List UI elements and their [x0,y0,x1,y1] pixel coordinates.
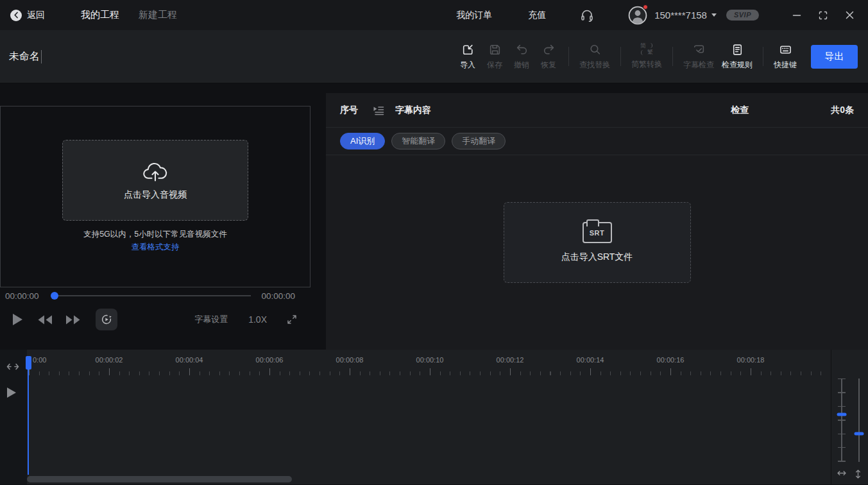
add-track-button[interactable] [6,413,16,423]
playback-speed-button[interactable]: 1.0X [248,314,267,325]
horizontal-move-icon[interactable] [5,362,21,371]
simplified-traditional-icon: 简 繁 [640,43,653,56]
tab-manual-translate[interactable]: 手动翻译 [452,133,506,149]
vzoom-slider[interactable] [854,379,864,462]
import-icon [461,43,475,56]
save-label: 保存 [487,60,502,71]
close-button[interactable] [841,7,858,24]
convert-button[interactable]: 简 繁 简繁转换 [627,43,666,70]
timeline-left-rail [0,350,27,484]
subtitle-count: 共0条 [831,105,854,116]
rules-doc-icon [731,43,744,56]
upload-hint: 支持5G以内，5小时以下常见音视频文件 [1,229,310,240]
subtitle-tabs: AI识别 智能翻译 手动翻译 [326,128,868,155]
chevron-down-icon[interactable] [711,13,717,17]
shortcuts-button[interactable]: 快捷键 [770,43,801,71]
current-time: 00:00:00 [5,291,39,301]
hzoom-out-button[interactable] [837,459,846,468]
ruler-label: 00:00:10 [416,356,444,364]
tab-ai-recognition[interactable]: AI识别 [340,133,385,149]
fullscreen-button[interactable] [286,314,298,325]
video-panel: 点击导入音视频 支持5G以内，5小时以下常见音视频文件 查看格式支持 00:00… [0,83,314,350]
subtitle-panel: 序号 字幕内容 检查 共0条 AI识别 智能翻译 手动翻译 SRT 点击导入 [326,93,868,350]
ruler-label: 00:00:16 [657,356,685,364]
rewind-button[interactable] [37,314,53,325]
hzoom-in-button[interactable] [837,364,846,373]
main-area: 点击导入音视频 支持5G以内，5小时以下常见音视频文件 查看格式支持 00:00… [0,83,868,350]
redo-button[interactable]: 恢复 [535,43,562,71]
hzoom-control [835,350,849,484]
hzoom-slider-handle[interactable] [837,413,847,416]
search-icon [588,43,602,56]
back-icon [10,10,22,21]
nav-my-projects[interactable]: 我的工程 [81,9,119,21]
playlist-tracking-icon[interactable] [372,105,385,116]
top-bar-right: 我的订单 充值 150****7158 SVIP [456,6,858,25]
maximize-button[interactable] [815,7,831,24]
timeline-scrollbar[interactable] [27,476,292,482]
minimize-button[interactable] [788,7,805,24]
top-nav: 我的工程 新建工程 [81,9,177,21]
headset-icon[interactable] [579,8,595,23]
my-orders-link[interactable]: 我的订单 [456,10,492,21]
column-check: 检查 [731,105,749,116]
play-button[interactable] [13,314,22,325]
playhead-handle[interactable] [26,356,31,370]
vzoom-in-button[interactable] [855,364,864,373]
time-ruler[interactable]: 0:00 00:00:02 00:00:04 00:00:06 00:00:08… [27,350,831,375]
ruler-label: 00:00:18 [737,356,765,364]
ruler-label: 00:00:08 [336,356,364,364]
seek-bar: 00:00:00 00:00:00 [0,290,311,302]
subtitle-settings-button[interactable]: 字幕设置 [194,314,228,325]
shortcuts-label: 快捷键 [774,60,797,71]
tab-smart-translate[interactable]: 智能翻译 [391,133,445,149]
find-replace-label: 查找替换 [579,60,610,71]
srt-folder-icon: SRT [583,222,612,243]
back-button[interactable]: 返回 [10,10,45,21]
import-media-dropzone[interactable]: 点击导入音视频 [62,140,248,221]
find-replace-button[interactable]: 查找替换 [575,43,614,71]
playhead-line [28,368,29,475]
redo-icon [542,43,556,56]
vzoom-out-button[interactable] [855,459,864,468]
import-media-label: 点击导入音视频 [124,189,187,201]
vzoom-slider-handle[interactable] [855,432,864,435]
ruler-label: 00:00:04 [176,356,203,364]
nav-new-project[interactable]: 新建工程 [139,9,177,21]
seek-track[interactable] [55,295,251,296]
ruler-major-ticks [29,368,831,375]
horizontal-arrow-icon [837,469,847,477]
import-srt-dropzone[interactable]: SRT 点击导入SRT文件 [504,202,691,283]
avatar[interactable] [628,6,647,25]
toolbar-divider [568,47,569,66]
timeline-play-button[interactable] [7,387,16,398]
notification-dot [643,4,648,10]
save-button[interactable]: 保存 [481,43,508,71]
subtitle-check-label: 字幕检查 [683,60,714,71]
player-controls: 字幕设置 1.0X [0,306,314,333]
recharge-link[interactable]: 充值 [528,10,546,21]
check-rules-button[interactable]: 检查规则 [718,43,756,71]
project-title-field[interactable]: 未命名 [9,50,42,64]
play-icon [13,314,22,325]
account-number[interactable]: 150****7158 [654,10,707,21]
convert-label: 简繁转换 [631,59,662,70]
fast-forward-button[interactable] [65,314,81,325]
format-support-link[interactable]: 查看格式支持 [1,242,310,253]
toolbar-divider [620,47,621,66]
export-button[interactable]: 导出 [811,45,858,69]
subtitle-check-icon [692,43,706,56]
import-button[interactable]: 导入 [454,43,481,71]
keyboard-icon [779,43,792,56]
ruler-label: 0:00 [33,356,46,364]
toolbar-divider [672,47,673,66]
hzoom-slider[interactable] [837,379,847,462]
import-srt-label: 点击导入SRT文件 [561,251,633,263]
subtitle-check-button[interactable]: 字幕检查 [679,43,718,71]
save-icon [488,43,502,56]
seek-handle[interactable] [51,292,58,300]
loop-play-button[interactable] [96,309,117,330]
undo-label: 撤销 [514,60,529,71]
undo-button[interactable]: 撤销 [508,43,535,71]
undo-icon [515,43,529,56]
